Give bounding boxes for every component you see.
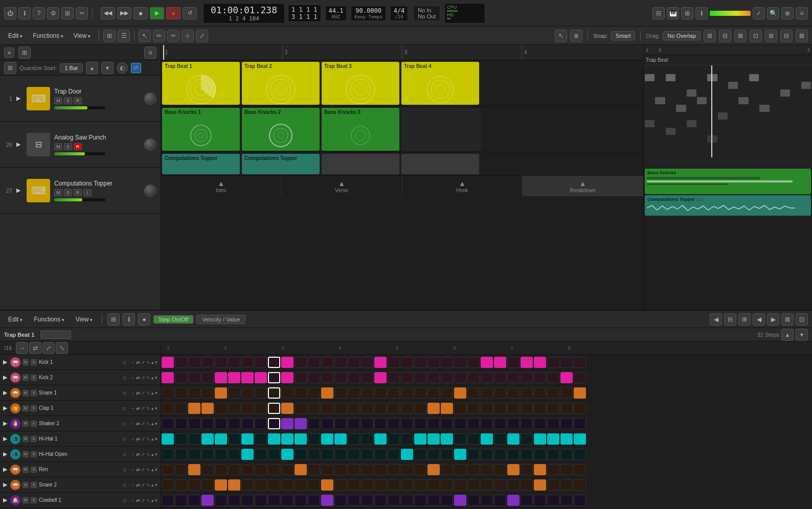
- kick2-step-14[interactable]: [334, 372, 347, 383]
- rt-icon6[interactable]: ⊟: [780, 30, 793, 42]
- snare2-step-20[interactable]: [414, 479, 426, 491]
- hihatopen-step-5[interactable]: [215, 449, 227, 460]
- clap1-step-23[interactable]: [454, 403, 466, 414]
- pattern-name-input[interactable]: [40, 331, 71, 339]
- kick1-mute[interactable]: M: [22, 359, 29, 365]
- kick2-step-21[interactable]: [427, 372, 440, 383]
- hihatopen-step-2[interactable]: [175, 449, 187, 460]
- track-1-expand[interactable]: ▶: [16, 95, 20, 102]
- cowbell1-step-11[interactable]: [295, 495, 307, 506]
- hihat1-step-31[interactable]: [560, 433, 573, 445]
- half-moon-btn[interactable]: ◐: [117, 62, 128, 74]
- track-26-fader[interactable]: [54, 152, 105, 155]
- steps-down[interactable]: ▾: [796, 329, 808, 341]
- step-on-off-btn[interactable]: Step On/Off: [153, 315, 193, 323]
- snare2-step-27[interactable]: [507, 479, 520, 491]
- grid-view-icon[interactable]: ⊞: [103, 30, 116, 42]
- hihatopen-step-17[interactable]: [374, 449, 387, 460]
- kick1-solo[interactable]: S: [31, 359, 37, 365]
- rewind-button[interactable]: ◀◀: [101, 7, 115, 19]
- track-1-record[interactable]: R: [74, 97, 82, 104]
- snare2-step-22[interactable]: [441, 479, 453, 491]
- kick1-step-28[interactable]: [521, 357, 533, 368]
- kick2-step-8[interactable]: [255, 372, 267, 383]
- cowbell1-step-21[interactable]: [427, 495, 440, 506]
- snare2-step-17[interactable]: [374, 479, 387, 491]
- kick1-step-20[interactable]: [414, 357, 426, 368]
- kick1-step-30[interactable]: [547, 357, 559, 368]
- kick2-step-10[interactable]: [281, 372, 294, 383]
- hihat1-step-28[interactable]: [521, 433, 533, 445]
- track-26-mute[interactable]: M: [54, 143, 62, 150]
- hihatopen-step-23[interactable]: [454, 449, 466, 460]
- tempo-display[interactable]: 90.0000 Keep Tempo: [351, 6, 386, 21]
- kick2-step-12[interactable]: [308, 372, 320, 383]
- kick2-step-5[interactable]: [215, 372, 227, 383]
- shaker2-solo[interactable]: S: [31, 421, 37, 427]
- section-verse[interactable]: ▲ Verse: [282, 176, 402, 196]
- hihat1-step-18[interactable]: [388, 433, 400, 445]
- div-arrow2[interactable]: ⇄: [29, 342, 41, 354]
- clap1-step-21[interactable]: [427, 403, 440, 414]
- zoom-icon[interactable]: ⊕: [781, 7, 794, 19]
- cowbell1-step-23[interactable]: [454, 495, 466, 506]
- track-26-expand[interactable]: ▶: [16, 141, 20, 148]
- shaker2-step-5[interactable]: [215, 418, 227, 429]
- shaker2-step-7[interactable]: [241, 418, 254, 429]
- snare1-step-6[interactable]: [228, 387, 240, 399]
- snare2-step-31[interactable]: [560, 479, 573, 491]
- snare2-step-23[interactable]: [454, 479, 466, 491]
- kick2-step-4[interactable]: [201, 372, 214, 383]
- marquee-tool[interactable]: ⊹: [182, 30, 194, 42]
- kick1-arrow4[interactable]: ⤡: [146, 360, 150, 365]
- shaker2-step-12[interactable]: [308, 418, 320, 429]
- shaker2-step-2[interactable]: [175, 418, 187, 429]
- kick2-step-9[interactable]: [268, 372, 280, 383]
- cowbell1-step-19[interactable]: [401, 495, 413, 506]
- clip-comp-topper-1[interactable]: Computations Topper: [162, 154, 240, 174]
- rim-step-15[interactable]: [348, 464, 360, 475]
- pattern-btn2[interactable]: ⊞: [4, 62, 16, 74]
- add-track-button[interactable]: +: [4, 48, 14, 58]
- shaker2-step-20[interactable]: [414, 418, 426, 429]
- snare2-step-1[interactable]: [162, 479, 174, 491]
- kick1-step-6[interactable]: [228, 357, 240, 368]
- cowbell1-step-28[interactable]: [521, 495, 533, 506]
- rim-step-30[interactable]: [547, 464, 559, 475]
- shaker2-step-22[interactable]: [441, 418, 453, 429]
- shaker2-step-11[interactable]: [295, 418, 307, 429]
- hihat1-step-25[interactable]: [481, 433, 493, 445]
- step-icon3[interactable]: ●: [138, 313, 150, 326]
- kick1-step-17[interactable]: [374, 357, 387, 368]
- hihatopen-step-10[interactable]: [281, 449, 294, 460]
- hihat1-step-24[interactable]: [467, 433, 480, 445]
- pattern-icon[interactable]: ⊞: [18, 47, 31, 59]
- rim-step-26[interactable]: [494, 464, 506, 475]
- cowbell1-step-1[interactable]: [162, 495, 174, 506]
- clap1-mute[interactable]: M: [22, 405, 29, 411]
- hihatopen-step-28[interactable]: [521, 449, 533, 460]
- kick1-arrow1[interactable]: →: [130, 360, 135, 365]
- snare2-step-19[interactable]: [401, 479, 413, 491]
- hihat1-step-9[interactable]: [268, 433, 280, 445]
- clip-bass-knocks-2[interactable]: Bass Knocks 2: [242, 108, 320, 151]
- rim-step-3[interactable]: [188, 464, 200, 475]
- kick1-step-1[interactable]: [162, 357, 174, 368]
- hihatopen-step-18[interactable]: [388, 449, 400, 460]
- cursor-icon[interactable]: ↖: [555, 30, 567, 42]
- kick1-step-11[interactable]: [295, 357, 307, 368]
- hihat1-step-7[interactable]: [241, 433, 254, 445]
- rt-icon1[interactable]: ⊞: [704, 30, 716, 42]
- step-icon2[interactable]: ℹ: [123, 313, 135, 326]
- hihat1-step-14[interactable]: [334, 433, 347, 445]
- rim-step-14[interactable]: [334, 464, 347, 475]
- rim-step-27[interactable]: [507, 464, 520, 475]
- pencil-tool[interactable]: ✏: [153, 30, 165, 42]
- snare2-step-14[interactable]: [334, 479, 347, 491]
- cowbell1-step-15[interactable]: [348, 495, 360, 506]
- snare1-step-4[interactable]: [201, 387, 214, 399]
- clap1-step-30[interactable]: [547, 403, 559, 414]
- cowbell1-step-8[interactable]: [255, 495, 267, 506]
- kick1-step-14[interactable]: [334, 357, 347, 368]
- clap1-step-9[interactable]: [268, 403, 280, 414]
